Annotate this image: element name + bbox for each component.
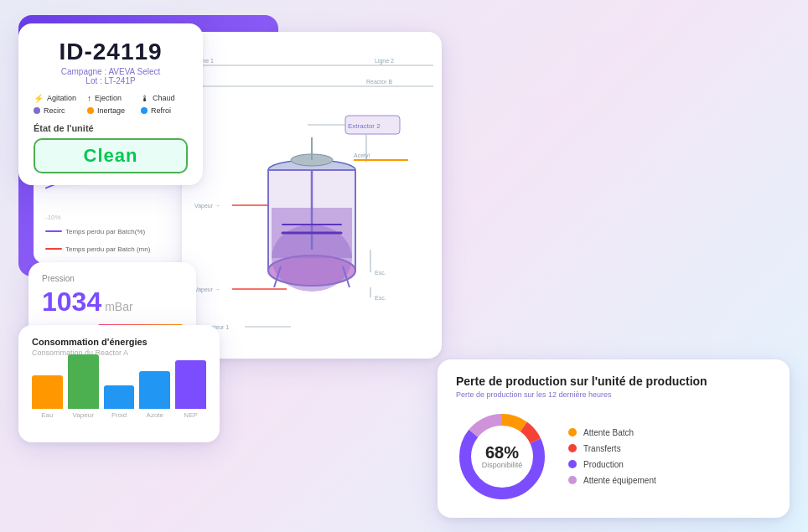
dot-attente-batch: [568, 428, 577, 436]
id-card: ID-24119 Campagne : AVEVA Select Lot : L…: [18, 23, 203, 185]
dashboard: ID-24119 Campagne : AVEVA Select Lot : L…: [18, 15, 790, 518]
refroi-dot: [141, 107, 148, 114]
tag-chaud-label: Chaud: [153, 94, 175, 102]
bar-nep: NEP: [175, 360, 206, 419]
ejection-icon: ↑: [87, 94, 91, 103]
recirc-dot: [34, 107, 40, 114]
energy-subtitle: Consommation du Reactor A: [32, 349, 206, 357]
donut-label: Disponibilité: [482, 461, 523, 469]
bar-eau-fill: [32, 375, 63, 409]
production-card: Perte de production sur l'unité de produ…: [438, 359, 790, 518]
bar-nep-fill: [175, 360, 206, 409]
tag-ejection: ↑ Ejection: [87, 94, 134, 103]
tag-refroi: Refroi: [141, 106, 188, 115]
campaign-label: Campagne : AVEVA Select: [34, 67, 188, 76]
label-transferts: Transferts: [583, 444, 621, 453]
donut-chart: 68% Disponibilité: [456, 411, 548, 503]
inertage-dot: [87, 107, 94, 114]
legend-transferts: Transferts: [568, 444, 656, 453]
production-content: 68% Disponibilité Attente Batch Transfer…: [456, 411, 771, 503]
bar-azote: Azote: [139, 371, 170, 419]
label-production: Production: [583, 460, 624, 469]
tag-recirc-label: Recirc: [44, 106, 65, 115]
legend-min-label: Temps perdu par Batch (mn): [65, 245, 150, 253]
bar-vapeur: Vapeur: [68, 354, 99, 419]
bar-vapeur-fill: [68, 354, 99, 409]
pressure-unit: mBar: [105, 300, 132, 313]
bar-vapeur-label: Vapeur: [73, 411, 94, 419]
tag-chaud: 🌡 Chaud: [141, 94, 188, 103]
pressure-label: Pression: [42, 274, 183, 283]
legend-batch-pct: Temps perdu par Batch(%): [45, 228, 145, 235]
status-badge: Clean: [34, 138, 188, 173]
agitation-icon: ⚡: [34, 94, 44, 103]
energy-title: Consommation d'énergies: [32, 337, 206, 347]
legend-attente-batch: Attente Batch: [568, 428, 656, 437]
id-number: ID-24119: [34, 39, 188, 65]
svg-text:Extractor 2: Extractor 2: [348, 122, 381, 130]
tag-agitation-label: Agitation: [47, 94, 76, 102]
process-diagram-svg: Ligne 1 Ligne 2 Reactor B Extractor 2 Ac…: [190, 40, 433, 350]
tag-agitation: ⚡ Agitation: [34, 94, 80, 103]
svg-text:Esc.: Esc.: [375, 295, 386, 301]
donut-percentage: 68%: [482, 444, 523, 461]
dot-attente-equipement: [568, 476, 577, 484]
production-title: Perte de production sur l'unité de produ…: [456, 374, 771, 388]
energy-card: Consommation d'énergies Consommation du …: [18, 325, 220, 442]
bar-azote-fill: [139, 371, 170, 409]
tag-recirc: Recirc: [34, 106, 80, 115]
svg-text:Reactor B: Reactor B: [366, 79, 392, 85]
legend-attente-equipement: Attente équipement: [568, 476, 656, 485]
svg-text:Vapeur →: Vapeur →: [194, 287, 220, 293]
etat-label: État de l'unité: [34, 123, 188, 133]
bar-froid-label: Froid: [111, 411, 127, 419]
svg-text:Vapeur →: Vapeur →: [194, 203, 220, 209]
bar-eau: Eau: [32, 375, 63, 419]
legend-pct-line: [45, 230, 62, 232]
chaud-icon: 🌡: [141, 94, 149, 103]
legend-batch-min: Temps perdu par Batch (mn): [45, 245, 150, 253]
legend-pct-label: Temps perdu par Batch(%): [65, 228, 145, 235]
tag-inertage-label: Inertage: [97, 106, 125, 115]
donut-center: 68% Disponibilité: [482, 444, 523, 469]
svg-text:Acetyl: Acetyl: [354, 152, 370, 159]
production-legend: Attente Batch Transferts Production Atte…: [568, 428, 656, 485]
energy-bar-chart: Eau Vapeur Froid Azote: [32, 365, 206, 432]
dot-transferts: [568, 444, 577, 452]
svg-text:Esc.: Esc.: [375, 270, 386, 276]
pressure-value: 1034 mBar: [42, 287, 183, 318]
tag-refroi-label: Refroi: [151, 106, 171, 115]
dot-production: [568, 460, 577, 468]
bar-froid: Froid: [104, 385, 135, 419]
tags-grid: ⚡ Agitation ↑ Ejection 🌡 Chaud Recirc In…: [34, 94, 188, 115]
label-attente-equipement: Attente équipement: [583, 476, 656, 485]
tag-ejection-label: Ejection: [95, 94, 122, 102]
label-attente-batch: Attente Batch: [583, 428, 634, 437]
bar-froid-fill: [104, 385, 135, 409]
lot-label: Lot : LT-241P: [34, 76, 188, 85]
bar-azote-label: Azote: [147, 411, 163, 419]
tag-inertage: Inertage: [87, 106, 134, 115]
legend-min-line: [45, 248, 62, 250]
legend-production: Production: [568, 460, 656, 469]
bar-nep-label: NEP: [184, 411, 197, 419]
bar-eau-label: Eau: [41, 411, 53, 419]
production-subtitle: Perte de production sur les 12 dernière …: [456, 390, 771, 399]
svg-text:Ligne 2: Ligne 2: [375, 58, 394, 65]
process-diagram-card: Ligne 1 Ligne 2 Reactor B Extractor 2 Ac…: [182, 32, 442, 359]
